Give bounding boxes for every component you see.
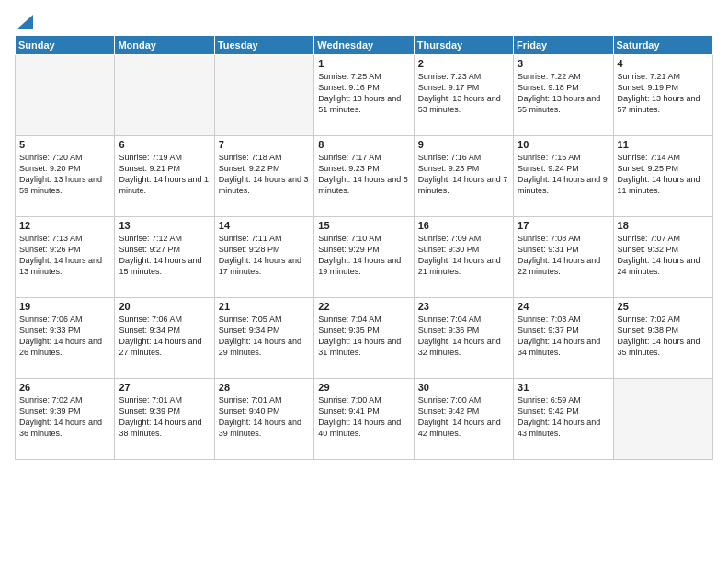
cell-info: Sunrise: 7:02 AMSunset: 9:39 PMDaylight:… [19, 395, 110, 440]
day-number: 5 [19, 139, 110, 150]
cell-info: Sunrise: 7:04 AMSunset: 9:35 PMDaylight:… [318, 314, 409, 359]
svg-marker-0 [17, 15, 33, 29]
day-number: 17 [518, 220, 609, 231]
cell-info: Sunrise: 7:06 AMSunset: 9:33 PMDaylight:… [19, 314, 110, 359]
cell-info: Sunrise: 7:20 AMSunset: 9:20 PMDaylight:… [19, 152, 110, 197]
cell-info: Sunrise: 7:17 AMSunset: 9:23 PMDaylight:… [318, 152, 409, 197]
cell-info: Sunrise: 7:01 AMSunset: 9:39 PMDaylight:… [119, 395, 210, 440]
cell-info: Sunrise: 7:06 AMSunset: 9:34 PMDaylight:… [119, 314, 210, 359]
weekday-header-monday: Monday [115, 36, 214, 55]
calendar-cell: 12Sunrise: 7:13 AMSunset: 9:26 PMDayligh… [16, 217, 115, 298]
calendar-cell: 23Sunrise: 7:04 AMSunset: 9:36 PMDayligh… [414, 298, 513, 379]
calendar-cell: 29Sunrise: 7:00 AMSunset: 9:41 PMDayligh… [314, 379, 414, 460]
cell-info: Sunrise: 7:15 AMSunset: 9:24 PMDaylight:… [518, 152, 609, 197]
calendar-cell: 24Sunrise: 7:03 AMSunset: 9:37 PMDayligh… [514, 298, 613, 379]
weekday-header-wednesday: Wednesday [314, 36, 414, 55]
calendar-cell: 17Sunrise: 7:08 AMSunset: 9:31 PMDayligh… [514, 217, 613, 298]
day-number: 28 [219, 382, 310, 393]
calendar-cell: 6Sunrise: 7:19 AMSunset: 9:21 PMDaylight… [115, 136, 214, 217]
cell-info: Sunrise: 7:10 AMSunset: 9:29 PMDaylight:… [318, 233, 409, 278]
cell-info: Sunrise: 6:59 AMSunset: 9:42 PMDaylight:… [518, 395, 609, 440]
day-number: 4 [618, 58, 709, 69]
cell-info: Sunrise: 7:11 AMSunset: 9:28 PMDaylight:… [219, 233, 310, 278]
day-number: 20 [119, 301, 210, 312]
calendar-cell: 5Sunrise: 7:20 AMSunset: 9:20 PMDaylight… [16, 136, 115, 217]
cell-info: Sunrise: 7:08 AMSunset: 9:31 PMDaylight:… [518, 233, 609, 278]
calendar-cell [115, 55, 214, 136]
day-number: 11 [618, 139, 709, 150]
day-number: 8 [318, 139, 409, 150]
calendar-cell: 9Sunrise: 7:16 AMSunset: 9:23 PMDaylight… [414, 136, 513, 217]
day-number: 24 [518, 301, 609, 312]
day-number: 22 [318, 301, 409, 312]
cell-info: Sunrise: 7:14 AMSunset: 9:25 PMDaylight:… [618, 152, 709, 197]
calendar-cell: 15Sunrise: 7:10 AMSunset: 9:29 PMDayligh… [314, 217, 414, 298]
day-number: 23 [418, 301, 509, 312]
cell-info: Sunrise: 7:25 AMSunset: 9:16 PMDaylight:… [318, 71, 409, 116]
calendar-cell: 13Sunrise: 7:12 AMSunset: 9:27 PMDayligh… [115, 217, 214, 298]
calendar-week-3: 12Sunrise: 7:13 AMSunset: 9:26 PMDayligh… [16, 217, 713, 298]
calendar-cell: 3Sunrise: 7:22 AMSunset: 9:18 PMDaylight… [514, 55, 613, 136]
day-number: 29 [318, 382, 409, 393]
calendar-cell: 26Sunrise: 7:02 AMSunset: 9:39 PMDayligh… [16, 379, 115, 460]
calendar-cell [16, 55, 115, 136]
calendar-cell: 30Sunrise: 7:00 AMSunset: 9:42 PMDayligh… [414, 379, 513, 460]
weekday-header-sunday: Sunday [16, 36, 115, 55]
day-number: 2 [418, 58, 509, 69]
calendar-cell: 11Sunrise: 7:14 AMSunset: 9:25 PMDayligh… [613, 136, 712, 217]
weekday-header-friday: Friday [514, 36, 613, 55]
day-number: 18 [618, 220, 709, 231]
calendar-cell: 20Sunrise: 7:06 AMSunset: 9:34 PMDayligh… [115, 298, 214, 379]
day-number: 15 [318, 220, 409, 231]
cell-info: Sunrise: 7:07 AMSunset: 9:32 PMDaylight:… [618, 233, 709, 278]
cell-info: Sunrise: 7:00 AMSunset: 9:42 PMDaylight:… [418, 395, 509, 440]
day-number: 19 [19, 301, 110, 312]
calendar-week-5: 26Sunrise: 7:02 AMSunset: 9:39 PMDayligh… [16, 379, 713, 460]
cell-info: Sunrise: 7:21 AMSunset: 9:19 PMDaylight:… [618, 71, 709, 116]
day-number: 1 [318, 58, 409, 69]
cell-info: Sunrise: 7:23 AMSunset: 9:17 PMDaylight:… [418, 71, 509, 116]
cell-info: Sunrise: 7:22 AMSunset: 9:18 PMDaylight:… [518, 71, 609, 116]
calendar-cell [613, 379, 712, 460]
logo-arrow-icon [17, 11, 33, 29]
cell-info: Sunrise: 7:09 AMSunset: 9:30 PMDaylight:… [418, 233, 509, 278]
logo [15, 11, 33, 28]
calendar-week-1: 1Sunrise: 7:25 AMSunset: 9:16 PMDaylight… [16, 55, 713, 136]
calendar-cell: 25Sunrise: 7:02 AMSunset: 9:38 PMDayligh… [613, 298, 712, 379]
calendar-week-2: 5Sunrise: 7:20 AMSunset: 9:20 PMDaylight… [16, 136, 713, 217]
cell-info: Sunrise: 7:13 AMSunset: 9:26 PMDaylight:… [19, 233, 110, 278]
calendar-cell: 10Sunrise: 7:15 AMSunset: 9:24 PMDayligh… [514, 136, 613, 217]
day-number: 9 [418, 139, 509, 150]
calendar-cell: 28Sunrise: 7:01 AMSunset: 9:40 PMDayligh… [214, 379, 313, 460]
day-number: 30 [418, 382, 509, 393]
calendar-cell: 7Sunrise: 7:18 AMSunset: 9:22 PMDaylight… [214, 136, 313, 217]
cell-info: Sunrise: 7:04 AMSunset: 9:36 PMDaylight:… [418, 314, 509, 359]
calendar-week-4: 19Sunrise: 7:06 AMSunset: 9:33 PMDayligh… [16, 298, 713, 379]
cell-info: Sunrise: 7:16 AMSunset: 9:23 PMDaylight:… [418, 152, 509, 197]
day-number: 14 [219, 220, 310, 231]
day-number: 10 [518, 139, 609, 150]
calendar-cell: 31Sunrise: 6:59 AMSunset: 9:42 PMDayligh… [514, 379, 613, 460]
day-number: 27 [119, 382, 210, 393]
day-number: 25 [618, 301, 709, 312]
day-number: 16 [418, 220, 509, 231]
cell-info: Sunrise: 7:01 AMSunset: 9:40 PMDaylight:… [219, 395, 310, 440]
cell-info: Sunrise: 7:03 AMSunset: 9:37 PMDaylight:… [518, 314, 609, 359]
calendar-cell: 19Sunrise: 7:06 AMSunset: 9:33 PMDayligh… [16, 298, 115, 379]
calendar-table: SundayMondayTuesdayWednesdayThursdayFrid… [15, 35, 713, 460]
day-number: 31 [518, 382, 609, 393]
calendar-cell: 21Sunrise: 7:05 AMSunset: 9:34 PMDayligh… [214, 298, 313, 379]
day-number: 26 [19, 382, 110, 393]
cell-info: Sunrise: 7:00 AMSunset: 9:41 PMDaylight:… [318, 395, 409, 440]
calendar-cell: 22Sunrise: 7:04 AMSunset: 9:35 PMDayligh… [314, 298, 414, 379]
calendar-cell: 4Sunrise: 7:21 AMSunset: 9:19 PMDaylight… [613, 55, 712, 136]
calendar-cell: 18Sunrise: 7:07 AMSunset: 9:32 PMDayligh… [613, 217, 712, 298]
cell-info: Sunrise: 7:19 AMSunset: 9:21 PMDaylight:… [119, 152, 210, 197]
day-number: 3 [518, 58, 609, 69]
calendar-cell: 2Sunrise: 7:23 AMSunset: 9:17 PMDaylight… [414, 55, 513, 136]
weekday-header-thursday: Thursday [414, 36, 513, 55]
calendar-cell [214, 55, 313, 136]
calendar-cell: 16Sunrise: 7:09 AMSunset: 9:30 PMDayligh… [414, 217, 513, 298]
calendar-cell: 1Sunrise: 7:25 AMSunset: 9:16 PMDaylight… [314, 55, 414, 136]
day-number: 6 [119, 139, 210, 150]
